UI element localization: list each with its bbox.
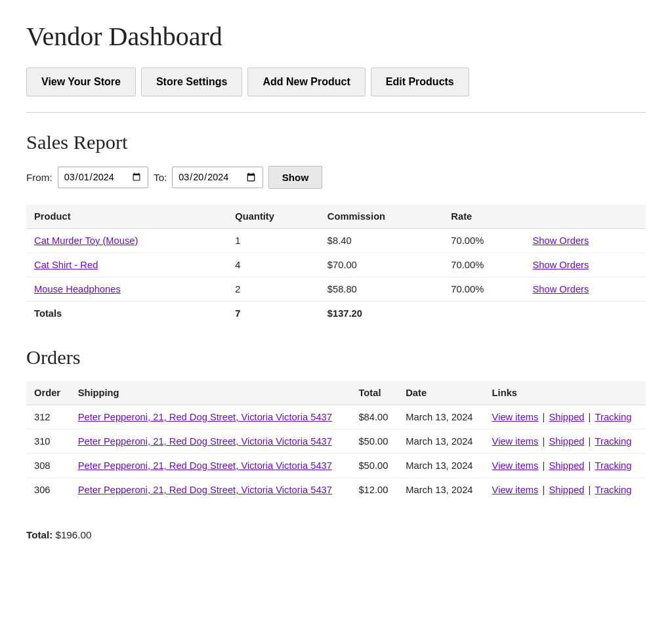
- col-links: Links: [484, 381, 646, 405]
- pipe-separator: |: [539, 436, 547, 447]
- pipe-separator: |: [539, 460, 547, 471]
- pipe-separator: |: [586, 436, 594, 447]
- order-number: 312: [26, 405, 70, 430]
- sales-table-header: Product Quantity Commission Rate: [26, 205, 646, 229]
- show-orders-link[interactable]: Show Orders: [532, 260, 589, 270]
- sales-commission: $70.00: [320, 253, 444, 277]
- order-total: $50.00: [350, 430, 398, 454]
- order-link-tracking[interactable]: Tracking: [595, 436, 632, 447]
- totals-rate: [443, 302, 524, 326]
- orders-total-value: $196.00: [55, 529, 91, 540]
- orders-table: Order Shipping Total Date Links 312 Pete…: [26, 381, 646, 502]
- pipe-separator: |: [539, 485, 547, 495]
- order-total: $84.00: [350, 405, 398, 430]
- order-link-shipped[interactable]: Shipped: [549, 412, 585, 422]
- toolbar-btn-view-store[interactable]: View Your Store: [26, 68, 136, 96]
- sales-table-body: Cat Murder Toy (Mouse) 1 $8.40 70.00% Sh…: [26, 229, 646, 326]
- sales-commission: $8.40: [320, 229, 444, 253]
- order-link-shipped[interactable]: Shipped: [549, 460, 585, 471]
- page-title: Vendor Dashboard: [26, 21, 646, 52]
- orders-heading: Orders: [26, 346, 646, 369]
- order-number: 310: [26, 430, 70, 454]
- col-actions: [524, 205, 646, 229]
- sales-table-row: Cat Murder Toy (Mouse) 1 $8.40 70.00% Sh…: [26, 229, 646, 253]
- sales-report-section: Sales Report From: To: Show Product Quan…: [26, 131, 646, 325]
- toolbar: View Your StoreStore SettingsAdd New Pro…: [26, 68, 646, 96]
- order-date: March 13, 2024: [398, 430, 484, 454]
- order-date: March 13, 2024: [398, 478, 484, 502]
- pipe-separator: |: [586, 485, 594, 495]
- order-link-view-items[interactable]: View items: [492, 412, 539, 422]
- sales-product-name: Cat Murder Toy (Mouse): [26, 229, 227, 253]
- order-number: 306: [26, 478, 70, 502]
- show-button[interactable]: Show: [268, 166, 323, 189]
- shipping-address-link[interactable]: Peter Pepperoni, 21, Red Dog Street, Vic…: [78, 460, 332, 471]
- totals-commission: $137.20: [320, 302, 444, 326]
- order-links: View items | Shipped | Tracking: [484, 430, 646, 454]
- sales-product-name: Mouse Headphones: [26, 277, 227, 302]
- order-number: 308: [26, 454, 70, 478]
- order-link-shipped[interactable]: Shipped: [549, 436, 585, 447]
- order-link-tracking[interactable]: Tracking: [595, 460, 632, 471]
- toolbar-btn-add-product[interactable]: Add New Product: [247, 68, 365, 96]
- sales-commission: $58.80: [320, 277, 444, 302]
- product-link[interactable]: Mouse Headphones: [34, 284, 121, 294]
- order-link-view-items[interactable]: View items: [492, 436, 539, 447]
- col-shipping: Shipping: [70, 381, 351, 405]
- order-date: March 13, 2024: [398, 454, 484, 478]
- orders-total-line: Total: $196.00: [26, 523, 646, 540]
- sales-rate: 70.00%: [443, 229, 524, 253]
- sales-quantity: 1: [227, 229, 320, 253]
- orders-section: Orders Order Shipping Total Date Links 3…: [26, 346, 646, 540]
- to-label: To:: [154, 172, 167, 183]
- order-date: March 13, 2024: [398, 405, 484, 430]
- show-orders-link[interactable]: Show Orders: [532, 235, 589, 246]
- product-link[interactable]: Cat Shirt - Red: [34, 260, 98, 270]
- sales-action: Show Orders: [524, 229, 646, 253]
- pipe-separator: |: [586, 412, 594, 422]
- orders-table-row: 310 Peter Pepperoni, 21, Red Dog Street,…: [26, 430, 646, 454]
- col-total: Total: [350, 381, 398, 405]
- order-shipping: Peter Pepperoni, 21, Red Dog Street, Vic…: [70, 405, 351, 430]
- order-links: View items | Shipped | Tracking: [484, 454, 646, 478]
- from-date-input[interactable]: [58, 167, 148, 188]
- order-links: View items | Shipped | Tracking: [484, 478, 646, 502]
- orders-table-row: 306 Peter Pepperoni, 21, Red Dog Street,…: [26, 478, 646, 502]
- divider: [26, 112, 646, 113]
- orders-total-label: Total:: [26, 529, 52, 540]
- to-date-input[interactable]: [172, 167, 262, 188]
- show-orders-link[interactable]: Show Orders: [532, 284, 589, 294]
- toolbar-btn-store-settings[interactable]: Store Settings: [141, 68, 242, 96]
- shipping-address-link[interactable]: Peter Pepperoni, 21, Red Dog Street, Vic…: [78, 412, 332, 422]
- col-date: Date: [398, 381, 484, 405]
- sales-action: Show Orders: [524, 277, 646, 302]
- order-link-tracking[interactable]: Tracking: [595, 412, 632, 422]
- shipping-address-link[interactable]: Peter Pepperoni, 21, Red Dog Street, Vic…: [78, 436, 332, 447]
- sales-product-name: Cat Shirt - Red: [26, 253, 227, 277]
- sales-action: Show Orders: [524, 253, 646, 277]
- sales-rate: 70.00%: [443, 253, 524, 277]
- order-total: $12.00: [350, 478, 398, 502]
- order-link-view-items[interactable]: View items: [492, 485, 539, 495]
- toolbar-btn-edit-products[interactable]: Edit Products: [371, 68, 469, 96]
- product-link[interactable]: Cat Murder Toy (Mouse): [34, 235, 138, 246]
- order-link-tracking[interactable]: Tracking: [595, 485, 632, 495]
- sales-rate: 70.00%: [443, 277, 524, 302]
- from-label: From:: [26, 172, 52, 183]
- shipping-address-link[interactable]: Peter Pepperoni, 21, Red Dog Street, Vic…: [78, 485, 332, 495]
- sales-table: Product Quantity Commission Rate Cat Mur…: [26, 205, 646, 325]
- totals-action: [524, 302, 646, 326]
- totals-quantity: 7: [227, 302, 320, 326]
- sales-table-row: Mouse Headphones 2 $58.80 70.00% Show Or…: [26, 277, 646, 302]
- col-rate: Rate: [443, 205, 524, 229]
- order-link-view-items[interactable]: View items: [492, 460, 539, 471]
- sales-report-heading: Sales Report: [26, 131, 646, 154]
- order-total: $50.00: [350, 454, 398, 478]
- orders-table-row: 312 Peter Pepperoni, 21, Red Dog Street,…: [26, 405, 646, 430]
- order-link-shipped[interactable]: Shipped: [549, 485, 585, 495]
- pipe-separator: |: [539, 412, 547, 422]
- col-order: Order: [26, 381, 70, 405]
- col-quantity: Quantity: [227, 205, 320, 229]
- col-product: Product: [26, 205, 227, 229]
- orders-table-row: 308 Peter Pepperoni, 21, Red Dog Street,…: [26, 454, 646, 478]
